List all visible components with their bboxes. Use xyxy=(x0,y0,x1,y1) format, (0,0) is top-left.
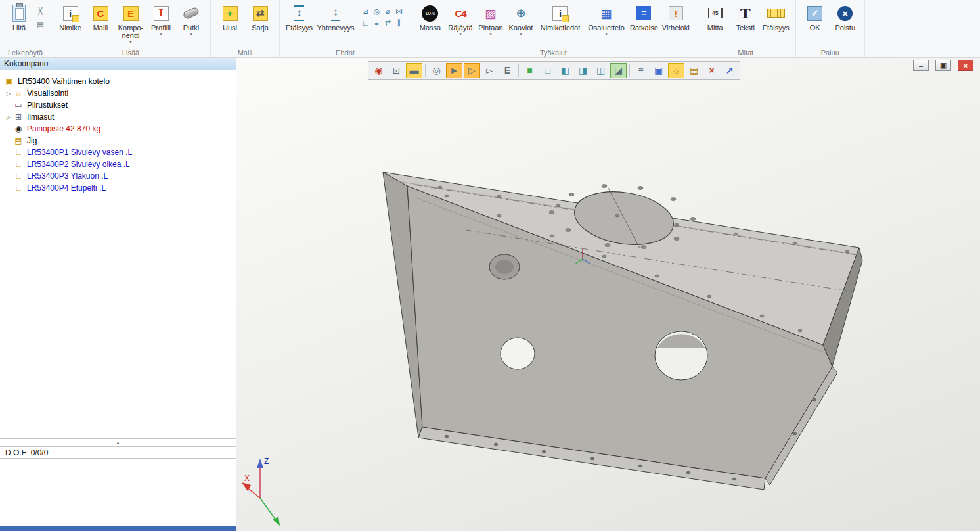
etaisyys-constraint-button[interactable]: ↕ Etäisyys xyxy=(284,2,314,32)
jig-icon: ▤ xyxy=(13,136,24,145)
wireframe-view-icon[interactable]: □ xyxy=(539,63,556,78)
ratkaise-button[interactable]: = Ratkaise xyxy=(629,2,659,32)
normal-to-face-icon[interactable]: ◪ xyxy=(610,63,627,78)
tree-item-painopiste[interactable]: ◉ Painopiste 42.870 kg xyxy=(0,123,236,135)
select-edge-icon[interactable]: ▷ xyxy=(464,63,480,78)
panel-splitter[interactable]: ▴ xyxy=(0,439,236,447)
align-constraint-icon[interactable]: ≡ xyxy=(371,17,382,28)
explode-icon: C4 xyxy=(455,8,466,19)
malli-button[interactable]: C Malli xyxy=(86,2,115,32)
pipe-icon xyxy=(183,7,200,20)
print-icon[interactable]: ▤ xyxy=(686,63,702,78)
tree-item-part-1[interactable]: ∟ LR53400P1 Sivulevy vasen .L xyxy=(0,147,236,158)
to-surface-icon: ▨ xyxy=(485,6,497,21)
group-label-ehdot: Ehdot xyxy=(280,49,411,57)
komponentti-button[interactable]: E Kompo- nentti ▾ xyxy=(116,2,145,45)
close-button[interactable]: × xyxy=(958,60,973,71)
virheloki-button[interactable]: ! Virheloki xyxy=(661,2,691,32)
parts-list-icon: ▦ xyxy=(600,6,612,21)
move-icon[interactable]: ⊡ xyxy=(388,63,405,78)
axis-triad: Z X xyxy=(242,457,280,526)
select-element-icon[interactable]: E xyxy=(499,63,516,78)
tree-item-part-4[interactable]: ∟ LR53400P4 Etupelti .L xyxy=(0,182,236,194)
cut-icon[interactable]: ╳ xyxy=(35,5,46,16)
minimize-button[interactable]: – xyxy=(913,60,929,71)
profiili-button[interactable]: I Profiili ▾ xyxy=(146,2,175,37)
ribbon: Liitä ╳ ▤ Leikepöytä i Nimike C Malli E … xyxy=(0,0,980,58)
lamp-icon[interactable]: ☼ xyxy=(668,63,684,78)
copy-view-icon[interactable]: ▣ xyxy=(650,63,667,78)
delete-icon[interactable]: × xyxy=(703,63,720,78)
ribbon-group-mitat: 45 Mitta T Teksti Etäisyys Mitat xyxy=(696,0,796,57)
pin-icon[interactable]: ◉ xyxy=(370,63,387,78)
tangent-constraint-icon[interactable]: ⋈ xyxy=(393,6,405,17)
ruler-icon xyxy=(767,9,785,18)
viewport-3d[interactable]: Z X ◉ ⊡ ▬ ◎ ► ▷ ▻ E ■ □ ◧ ◨ ◫ ◪ ≡ ▣ ☼ ▤ … xyxy=(236,58,980,531)
teksti-button[interactable]: T Teksti xyxy=(731,2,760,32)
uusi-button[interactable]: + Uusi xyxy=(215,2,244,32)
maximize-button[interactable]: ▣ xyxy=(935,60,951,71)
tree-item-jig[interactable]: ▤ Jig xyxy=(0,135,236,147)
error-log-icon: ! xyxy=(669,6,683,20)
kaaviot-button[interactable]: ⊕ Kaaviot ▾ xyxy=(506,2,535,37)
snap-point-icon[interactable]: ◎ xyxy=(428,63,445,78)
massa-button[interactable]: 10.0 Massa xyxy=(416,2,445,32)
tree-item-root[interactable]: ▣ LR53400 Vaihtimen kotelo xyxy=(0,76,236,87)
copy-icon[interactable]: ▤ xyxy=(35,19,46,30)
mass-icon: 10.0 xyxy=(422,5,438,22)
ribbon-group-malli: + Uusi ⇄ Sarja Malli xyxy=(211,0,280,57)
shaded-view-icon[interactable]: ■ xyxy=(522,63,538,78)
tree-item-part-3[interactable]: ∟ LR53400P3 Yläkuori .L xyxy=(0,170,236,182)
visualization-icon: ☼ xyxy=(13,89,24,98)
assembly-icon: ▣ xyxy=(4,77,14,86)
ribbon-group-lisaa: i Nimike C Malli E Kompo- nentti ▾ I Pro… xyxy=(51,0,211,57)
mitta-button[interactable]: 45 Mitta xyxy=(701,2,730,32)
osaluettelo-button[interactable]: ▦ Osaluettelo ▾ xyxy=(585,2,627,37)
nimiketiedot-button[interactable]: i Nimiketiedot xyxy=(537,2,584,32)
expander-icon[interactable]: ▷ xyxy=(4,91,13,97)
concentric-constraint-icon[interactable]: ◎ xyxy=(371,6,382,17)
hidden-edges-view-icon[interactable]: ◧ xyxy=(557,63,573,78)
expander-icon[interactable]: ▷ xyxy=(4,114,13,120)
ribbon-group-clipboard: Liitä ╳ ▤ Leikepöytä xyxy=(0,0,51,57)
component-icon: E xyxy=(123,6,139,21)
group-label-malli: Malli xyxy=(211,49,279,57)
perpendicular-constraint-icon[interactable]: ∟ xyxy=(360,17,371,28)
part-list-icon[interactable]: ≡ xyxy=(633,63,649,78)
paste-button[interactable]: Liitä xyxy=(5,2,33,32)
tree-item-ilmiasut[interactable]: ▷ ⊞ Ilmiasut xyxy=(0,111,236,123)
assembly-panel: Kokoonpano ▣ LR53400 Vaihtimen kotelo ▷ … xyxy=(0,58,236,531)
shaded-edges-view-icon[interactable]: ◨ xyxy=(575,63,591,78)
etaisyys-measure-button[interactable]: Etäisyys xyxy=(761,2,791,32)
model-3d[interactable]: Z X xyxy=(236,58,980,531)
measure-icon[interactable]: ▬ xyxy=(406,63,422,78)
poistu-button[interactable]: × Poistu xyxy=(831,2,860,32)
ok-button[interactable]: ✓ OK xyxy=(801,2,830,32)
tree-item-part-2[interactable]: ∟ LR53400P2 Sivulevy oikea .L xyxy=(0,158,236,170)
rajayta-button[interactable]: C4 Räjäytä ▾ xyxy=(446,2,475,37)
tree-item-piirustukset[interactable]: ▭ Piirustukset xyxy=(0,99,236,111)
nimike-button[interactable]: i Nimike xyxy=(56,2,85,32)
window-controls: – ▣ × xyxy=(913,60,973,71)
putki-button[interactable]: Putki ▾ xyxy=(177,2,206,37)
group-label-lisaa: Lisää xyxy=(51,49,210,57)
angle-constraint-icon[interactable]: ⊿ xyxy=(360,6,371,17)
select-vertex-icon[interactable]: ► xyxy=(446,63,462,78)
chevron-down-icon: ▾ xyxy=(190,32,192,37)
diameter-constraint-icon[interactable]: ⌀ xyxy=(382,6,393,17)
transparent-view-icon[interactable]: ◫ xyxy=(592,63,609,78)
pintaan-button[interactable]: ▨ Pintaan ▾ xyxy=(476,2,505,37)
viewport-toolbar: ◉ ⊡ ▬ ◎ ► ▷ ▻ E ■ □ ◧ ◨ ◫ ◪ ≡ ▣ ☼ ▤ × ↗ xyxy=(368,61,740,80)
export-view-icon[interactable]: ↗ xyxy=(721,63,738,78)
diagram-icon: ⊕ xyxy=(516,6,525,20)
parallel-constraint-icon[interactable]: ∥ xyxy=(393,17,405,28)
yhtenevyys-button[interactable]: ↕ Yhtenevyys xyxy=(315,2,356,32)
model-icon: C xyxy=(93,6,108,21)
sarja-button[interactable]: ⇄ Sarja xyxy=(246,2,275,32)
tree-item-visualisointi[interactable]: ▷ ☼ Visualisointi xyxy=(0,87,236,99)
ribbon-group-tyokalut: 10.0 Massa C4 Räjäytä ▾ ▨ Pintaan ▾ ⊕ Ka… xyxy=(411,0,696,57)
distance-constraint-icon: ↕ xyxy=(294,5,304,21)
paste-icon xyxy=(12,5,26,22)
symmetry-constraint-icon[interactable]: ⇄ xyxy=(382,17,393,28)
select-face-icon[interactable]: ▻ xyxy=(481,63,498,78)
